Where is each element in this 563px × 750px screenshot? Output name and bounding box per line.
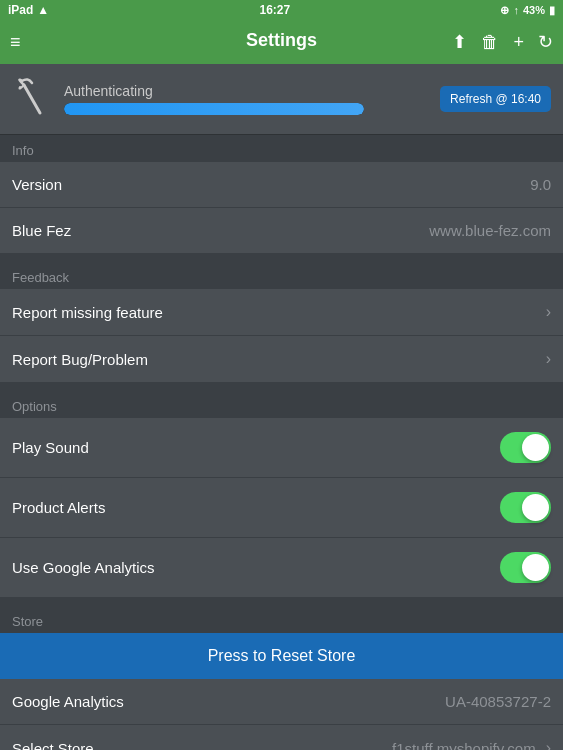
product-alerts-toggle[interactable]	[500, 492, 551, 523]
select-store-item[interactable]: Select Store f1stuff.myshopify.com ›	[0, 725, 563, 750]
ipad-label: iPad	[8, 3, 33, 17]
status-bar: iPad ▲ 16:27 ⊕ ↑ 43% ▮	[0, 0, 563, 20]
chevron-icon: ›	[546, 303, 551, 321]
separator-3	[0, 598, 563, 606]
nav-left: ≡	[10, 32, 21, 53]
auth-left: Authenticating	[12, 74, 364, 124]
wifi-icon: ▲	[37, 3, 49, 17]
select-store-chevron: ›	[546, 739, 551, 750]
google-analytics-toggle[interactable]	[500, 552, 551, 583]
report-bug-item[interactable]: Report Bug/Problem ›	[0, 336, 563, 383]
play-sound-toggle[interactable]	[500, 432, 551, 463]
select-store-value: f1stuff.myshopify.com	[392, 740, 536, 751]
feedback-section-header: Feedback	[0, 262, 563, 289]
info-section-header: Info	[0, 135, 563, 162]
svg-line-0	[24, 85, 40, 113]
report-missing-feature-item[interactable]: Report missing feature ›	[0, 289, 563, 336]
store-section-header: Store	[0, 606, 563, 633]
separator-2	[0, 383, 563, 391]
product-alerts-label: Product Alerts	[12, 499, 105, 516]
reset-store-button[interactable]: Press to Reset Store	[0, 633, 563, 679]
version-value: 9.0	[530, 176, 551, 193]
google-analytics-id-value: UA-40853727-2	[445, 693, 551, 710]
separator-1	[0, 254, 563, 262]
menu-icon[interactable]: ≡	[10, 32, 21, 53]
google-analytics-id-item: Google Analytics UA-40853727-2	[0, 679, 563, 725]
google-analytics-id-label: Google Analytics	[12, 693, 124, 710]
battery-label: 43%	[523, 4, 545, 16]
status-left: iPad ▲	[8, 3, 49, 17]
select-store-label: Select Store	[12, 740, 94, 751]
progress-bar-container	[64, 103, 364, 115]
share-icon[interactable]: ⬆	[452, 31, 467, 53]
trash-icon[interactable]: 🗑	[481, 32, 499, 53]
chevron-icon-2: ›	[546, 350, 551, 368]
auth-label: Authenticating	[64, 83, 364, 99]
use-google-analytics-label: Use Google Analytics	[12, 559, 155, 576]
play-sound-label: Play Sound	[12, 439, 89, 456]
blue-fez-label: Blue Fez	[12, 222, 71, 239]
content: Authenticating Refresh @ 16:40 Info Vers…	[0, 64, 563, 750]
report-bug-right: ›	[540, 350, 551, 368]
refresh-button[interactable]: Refresh @ 16:40	[440, 86, 551, 112]
auth-section: Authenticating Refresh @ 16:40	[0, 64, 563, 135]
auth-info: Authenticating	[64, 83, 364, 115]
upload-icon: ↑	[513, 4, 519, 16]
version-label: Version	[12, 176, 62, 193]
battery-icon: ▮	[549, 4, 555, 17]
report-missing-feature-right: ›	[540, 303, 551, 321]
progress-bar-fill	[64, 103, 364, 115]
nav-right: ⬆ 🗑 + ↻	[452, 31, 553, 53]
status-time: 16:27	[260, 3, 291, 17]
toggle-knob-3	[522, 554, 549, 581]
product-alerts-item: Product Alerts	[0, 478, 563, 538]
blue-fez-value: www.blue-fez.com	[429, 222, 551, 239]
nav-title: Settings	[246, 30, 317, 51]
location-icon: ⊕	[500, 4, 509, 17]
nav-bar: ≡ Settings ⬆ 🗑 + ↻	[0, 20, 563, 64]
play-sound-item: Play Sound	[0, 418, 563, 478]
options-section-header: Options	[0, 391, 563, 418]
status-right: ⊕ ↑ 43% ▮	[500, 4, 555, 17]
report-bug-label: Report Bug/Problem	[12, 351, 148, 368]
refresh-icon[interactable]: ↻	[538, 31, 553, 53]
pickaxe-icon	[12, 74, 52, 124]
select-store-right: f1stuff.myshopify.com ›	[392, 739, 551, 750]
blue-fez-item: Blue Fez www.blue-fez.com	[0, 208, 563, 254]
report-missing-feature-label: Report missing feature	[12, 304, 163, 321]
google-analytics-toggle-item: Use Google Analytics	[0, 538, 563, 598]
toggle-knob-2	[522, 494, 549, 521]
toggle-knob	[522, 434, 549, 461]
version-item: Version 9.0	[0, 162, 563, 208]
add-icon[interactable]: +	[513, 32, 524, 53]
